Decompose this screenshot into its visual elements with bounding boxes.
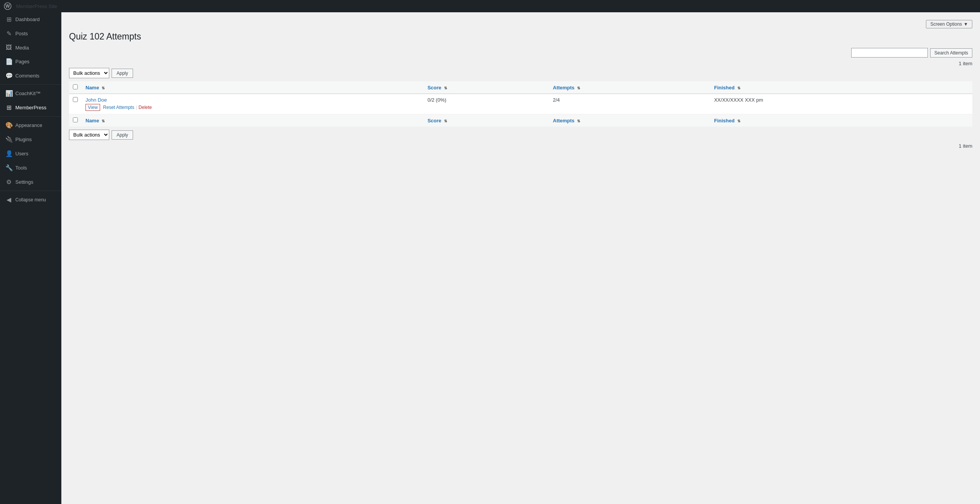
media-icon: 🖼	[5, 44, 12, 51]
items-count-bottom: 1 item	[69, 143, 972, 149]
tfoot-th-finished[interactable]: Finished ⇅	[710, 114, 972, 127]
row-action-reset[interactable]: Reset Attempts	[103, 105, 134, 110]
sidebar-item-comments-label: Comments	[15, 73, 39, 79]
sidebar-item-media[interactable]: 🖼 Media	[0, 41, 61, 54]
search-input[interactable]	[851, 48, 928, 58]
row-action-reset-label: Reset Attempts	[103, 105, 134, 110]
sidebar: ⊞ Dashboard ✎ Posts 🖼 Media 📄 Pages 💬 Co…	[0, 12, 61, 504]
admin-bar: W MemberPress Site	[0, 0, 980, 12]
screen-options-label: Screen Options	[930, 21, 962, 27]
toolbar-bottom: Bulk actions Apply	[69, 130, 972, 140]
table-header-row: Name ⇅ Score ⇅ Attempts ⇅ Finished ⇅	[69, 81, 972, 94]
row-name-cell: John Doe View Reset Attempts | Delete	[82, 94, 424, 114]
row-attempts-cell: 2/4	[549, 94, 710, 114]
sidebar-item-dashboard-label: Dashboard	[15, 16, 40, 22]
sidebar-item-comments[interactable]: 💬 Comments	[0, 69, 61, 83]
sidebar-item-memberpress-label: MemberPress	[15, 105, 46, 110]
table-footer: Name ⇅ Score ⇅ Attempts ⇅ Finished ⇅	[69, 114, 972, 127]
appearance-icon: 🎨	[5, 122, 12, 129]
svg-text:W: W	[5, 3, 10, 9]
th-name[interactable]: Name ⇅	[82, 81, 424, 94]
sidebar-item-posts-label: Posts	[15, 31, 28, 36]
sidebar-collapse-label: Collapse menu	[15, 197, 46, 203]
th-finished-label: Finished	[714, 85, 734, 91]
screen-options-bar: Screen Options ▼	[69, 20, 972, 28]
sidebar-item-appearance-label: Appearance	[15, 122, 42, 128]
sidebar-item-tools[interactable]: 🔧 Tools	[0, 161, 61, 175]
tfoot-name-label: Name	[86, 118, 99, 124]
users-icon: 👤	[5, 150, 12, 157]
th-name-label: Name	[86, 85, 99, 91]
th-attempts-sort: ⇅	[577, 86, 580, 90]
sidebar-item-users-label: Users	[15, 151, 28, 156]
row-actions: View Reset Attempts | Delete	[86, 104, 420, 111]
toolbar-top: Bulk actions Apply	[69, 68, 972, 78]
search-row: Search Attempts	[69, 48, 972, 58]
th-name-sort: ⇅	[102, 86, 105, 90]
th-score[interactable]: Score ⇅	[424, 81, 549, 94]
row-action-view-label: View	[88, 105, 98, 110]
row-score-cell: 0/2 (0%)	[424, 94, 549, 114]
screen-options-button[interactable]: Screen Options ▼	[926, 20, 972, 28]
th-score-sort: ⇅	[444, 86, 447, 90]
sidebar-item-coachkit[interactable]: 📊 CoachKit™	[0, 86, 61, 100]
row-score: 0/2 (0%)	[428, 97, 446, 103]
apply-label-top: Apply	[117, 71, 128, 76]
select-all-checkbox[interactable]	[73, 84, 78, 89]
sidebar-item-memberpress[interactable]: ⊞ MemberPress	[0, 100, 61, 115]
collapse-icon: ◀	[5, 196, 12, 203]
settings-icon: ⚙	[5, 178, 12, 186]
row-attempts: 2/4	[553, 97, 560, 103]
th-finished[interactable]: Finished ⇅	[710, 81, 972, 94]
memberpress-icon: ⊞	[5, 104, 12, 111]
sidebar-item-posts[interactable]: ✎ Posts	[0, 26, 61, 41]
sidebar-item-appearance[interactable]: 🎨 Appearance	[0, 118, 61, 132]
sidebar-divider-2	[0, 116, 61, 117]
row-name: John Doe	[86, 97, 107, 103]
sidebar-item-plugins[interactable]: 🔌 Plugins	[0, 132, 61, 147]
tfoot-finished-sort: ⇅	[737, 119, 740, 123]
th-attempts[interactable]: Attempts ⇅	[549, 81, 710, 94]
screen-options-arrow: ▼	[964, 21, 968, 27]
table-footer-row: Name ⇅ Score ⇅ Attempts ⇅ Finished ⇅	[69, 114, 972, 127]
th-attempts-label: Attempts	[553, 85, 574, 91]
plugins-icon: 🔌	[5, 136, 12, 143]
row-name-link[interactable]: John Doe	[86, 97, 107, 103]
row-checkbox[interactable]	[73, 97, 78, 102]
pages-icon: 📄	[5, 58, 12, 65]
select-all-checkbox-bottom[interactable]	[73, 117, 78, 122]
wp-logo-icon: W	[4, 2, 12, 10]
bulk-actions-select-top[interactable]: Bulk actions	[69, 68, 109, 78]
row-action-delete[interactable]: Delete	[138, 105, 152, 110]
tfoot-th-name[interactable]: Name ⇅	[82, 114, 424, 127]
bulk-actions-select-bottom[interactable]: Bulk actions	[69, 130, 109, 140]
table-body: John Doe View Reset Attempts | Delete	[69, 94, 972, 114]
page-title: Quiz 102 Attempts	[69, 31, 972, 42]
admin-bar-site-name: MemberPress Site	[16, 3, 57, 9]
dashboard-icon: ⊞	[5, 16, 12, 23]
tfoot-th-score[interactable]: Score ⇅	[424, 114, 549, 127]
tfoot-th-attempts[interactable]: Attempts ⇅	[549, 114, 710, 127]
row-finished: XX/XX/XXXX XXX pm	[714, 97, 763, 103]
row-action-view[interactable]: View	[86, 104, 100, 111]
apply-button-top[interactable]: Apply	[112, 69, 133, 78]
sidebar-item-pages[interactable]: 📄 Pages	[0, 54, 61, 69]
th-score-label: Score	[428, 85, 441, 91]
row-finished-cell: XX/XX/XXXX XXX pm	[710, 94, 972, 114]
row-checkbox-cell	[69, 94, 82, 114]
sidebar-item-settings[interactable]: ⚙ Settings	[0, 175, 61, 189]
th-finished-sort: ⇅	[737, 86, 740, 90]
sidebar-item-plugins-label: Plugins	[15, 137, 32, 142]
table-row: John Doe View Reset Attempts | Delete	[69, 94, 972, 114]
main-content: Screen Options ▼ Quiz 102 Attempts Searc…	[61, 12, 980, 504]
coachkit-icon: 📊	[5, 90, 12, 97]
search-attempts-button[interactable]: Search Attempts	[930, 48, 972, 58]
sidebar-item-collapse[interactable]: ◀ Collapse menu	[0, 193, 61, 207]
sidebar-item-dashboard[interactable]: ⊞ Dashboard	[0, 12, 61, 26]
tfoot-finished-label: Finished	[714, 118, 734, 124]
sidebar-divider-3	[0, 191, 61, 191]
apply-label-bottom: Apply	[117, 132, 128, 138]
sidebar-item-users[interactable]: 👤 Users	[0, 147, 61, 161]
sidebar-item-pages-label: Pages	[15, 59, 30, 64]
apply-button-bottom[interactable]: Apply	[112, 130, 133, 140]
